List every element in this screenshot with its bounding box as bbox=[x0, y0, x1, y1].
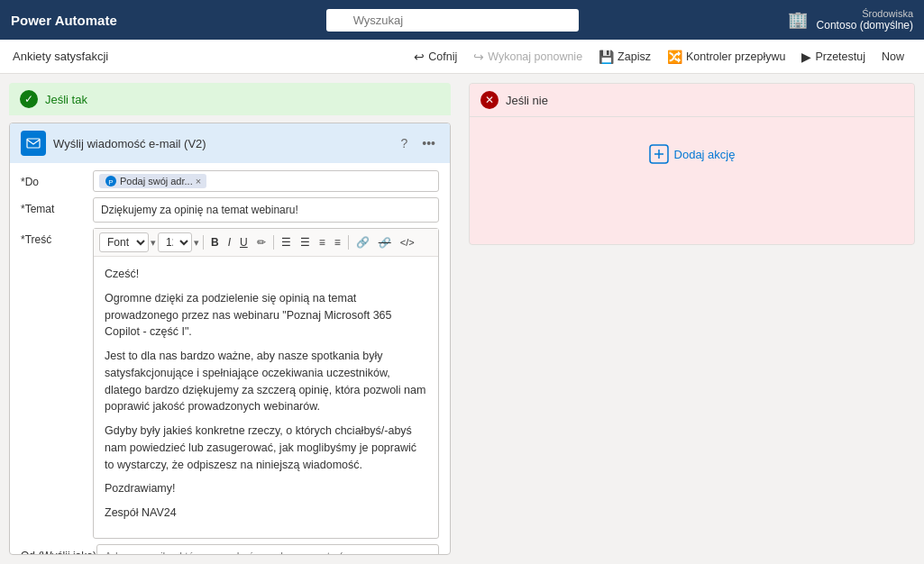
to-tag: P Podaj swój adr... × bbox=[99, 174, 206, 188]
condition-yes-block: ✓ Jeśli tak bbox=[9, 83, 451, 115]
align-right-icon: ≡ bbox=[334, 236, 341, 249]
new-button[interactable]: Now bbox=[874, 47, 911, 67]
body-line-2: Ogromne dzięki za podzielenie się opinią… bbox=[105, 290, 427, 341]
body-line-6: Zespół NAV24 bbox=[105, 505, 427, 522]
email-card-header: Wyślij wiadomość e-mail (V2) ? ••• bbox=[10, 123, 450, 163]
test-label: Przetestuj bbox=[815, 50, 865, 63]
font-size-select[interactable]: 12 bbox=[158, 232, 192, 252]
body-label: *Treść bbox=[21, 228, 93, 246]
save-label: Zapisz bbox=[618, 50, 651, 63]
remove-link-icon: 🔗 bbox=[379, 237, 391, 249]
email-card-title: Wyślij wiadomość e-mail (V2) bbox=[21, 131, 206, 156]
remove-link-button[interactable]: 🔗 bbox=[375, 235, 395, 250]
toolbar-separator-3 bbox=[348, 235, 349, 250]
right-panel: ✕ Jeśli nie Dodaj akcję bbox=[460, 74, 924, 564]
breadcrumb: Ankiety satysfakcji bbox=[13, 50, 108, 63]
html-icon: </> bbox=[400, 237, 415, 248]
environment-name: Contoso (domyślne) bbox=[817, 19, 913, 32]
insert-link-button[interactable]: 🔗 bbox=[352, 234, 373, 250]
condition-yes-header: ✓ Jeśli tak bbox=[9, 83, 451, 115]
toolbar-buttons: ↩ Cofnij ↪ Wykonaj ponownie 💾 Zapisz 🔀 K… bbox=[407, 46, 911, 68]
search-input[interactable] bbox=[326, 9, 579, 32]
from-input[interactable] bbox=[96, 544, 439, 555]
bullet-list-icon: ☰ bbox=[281, 236, 291, 249]
align-left-icon: ≡ bbox=[319, 236, 325, 249]
flow-icon: 🔀 bbox=[667, 50, 682, 64]
condition-yes-label: Jeśli tak bbox=[45, 93, 87, 106]
body-line-4: Gdyby były jakieś konkretne rzeczy, o kt… bbox=[105, 423, 427, 473]
add-action-icon bbox=[649, 144, 669, 164]
condition-no-header: ✕ Jeśli nie bbox=[470, 84, 914, 117]
svg-text:P: P bbox=[108, 178, 113, 186]
help-button[interactable]: ? bbox=[397, 134, 411, 152]
add-action-button[interactable]: Dodaj akcję bbox=[649, 144, 736, 164]
add-action-label: Dodaj akcję bbox=[674, 148, 736, 161]
check-icon: ✓ bbox=[20, 90, 38, 108]
bullet-list-button[interactable]: ☰ bbox=[278, 234, 295, 250]
from-field-row: Od (Wyślij jako) bbox=[21, 544, 439, 555]
condition-no-label: Jeśli nie bbox=[506, 94, 548, 107]
subject-input[interactable] bbox=[93, 197, 439, 223]
body-line-1: Cześć! bbox=[105, 266, 427, 283]
to-tag-close[interactable]: × bbox=[196, 176, 201, 186]
rich-editor: Font ▾ 12 ▾ B I U ✏ bbox=[93, 228, 439, 539]
test-button[interactable]: ▶ Przetestuj bbox=[794, 46, 873, 68]
condition-no-body: Dodaj akcję bbox=[470, 117, 914, 191]
rich-toolbar: Font ▾ 12 ▾ B I U ✏ bbox=[94, 229, 438, 257]
subject-field-row: *Temat bbox=[21, 197, 439, 223]
bold-button[interactable]: B bbox=[207, 234, 223, 250]
email-card: Wyślij wiadomość e-mail (V2) ? ••• *Do bbox=[9, 123, 451, 555]
body-line-5: Pozdrawiamy! bbox=[105, 480, 427, 497]
back-label: Cofnij bbox=[428, 50, 457, 63]
email-card-actions: ? ••• bbox=[397, 134, 439, 152]
back-button[interactable]: ↩ Cofnij bbox=[407, 46, 464, 68]
numbered-list-icon: ☰ bbox=[300, 236, 310, 249]
highlight-icon: ✏ bbox=[257, 236, 266, 249]
link-icon: 🔗 bbox=[356, 236, 370, 249]
condition-no-block: ✕ Jeśli nie Dodaj akcję bbox=[469, 83, 915, 245]
html-button[interactable]: </> bbox=[397, 235, 418, 250]
environment-selector[interactable]: 🏢 Środowiska Contoso (domyślne) bbox=[788, 8, 913, 32]
save-icon: 💾 bbox=[599, 50, 614, 64]
font-dropdown-arrow: ▾ bbox=[151, 237, 156, 249]
to-tag-value: Podaj swój adr... bbox=[120, 176, 193, 186]
new-label: Now bbox=[882, 50, 904, 63]
search-wrapper: 🔍 bbox=[326, 9, 579, 32]
toolbar-separator-1 bbox=[203, 235, 204, 250]
redo-button[interactable]: ↪ Wykonaj ponownie bbox=[466, 46, 590, 68]
email-body-content[interactable]: Cześć! Ogromne dzięki za podzielenie się… bbox=[94, 257, 438, 538]
more-options-button[interactable]: ••• bbox=[418, 134, 439, 152]
email-card-title-text: Wyślij wiadomość e-mail (V2) bbox=[53, 137, 206, 150]
to-tag-input[interactable]: P Podaj swój adr... × bbox=[93, 170, 439, 192]
to-field-row: *Do P Podaj swój adr... × bbox=[21, 170, 439, 192]
redo-icon: ↪ bbox=[473, 50, 484, 64]
x-icon: ✕ bbox=[480, 91, 499, 109]
font-family-select[interactable]: Font bbox=[99, 232, 149, 252]
main-content: ✓ Jeśli tak Wyślij wiadomość e-mail (V2) bbox=[0, 74, 924, 564]
from-label: Od (Wyślij jako) bbox=[21, 544, 96, 555]
size-dropdown-arrow: ▾ bbox=[194, 237, 199, 249]
body-field-row: *Treść Font ▾ 12 ▾ B bbox=[21, 228, 439, 539]
toolbar: Ankiety satysfakcji ↩ Cofnij ↪ Wykonaj p… bbox=[0, 40, 924, 74]
back-icon: ↩ bbox=[414, 50, 425, 64]
numbered-list-button[interactable]: ☰ bbox=[297, 234, 314, 250]
underline-button[interactable]: U bbox=[236, 234, 252, 250]
redo-label: Wykonaj ponownie bbox=[488, 50, 582, 63]
align-left-button[interactable]: ≡ bbox=[316, 234, 329, 250]
toolbar-separator-2 bbox=[273, 235, 274, 250]
top-navigation: Power Automate 🔍 🏢 Środowiska Contoso (d… bbox=[0, 0, 924, 40]
subject-label: *Temat bbox=[21, 197, 93, 215]
italic-button[interactable]: I bbox=[224, 234, 234, 250]
nav-left: Power Automate bbox=[11, 13, 117, 28]
email-form-fields: *Do P Podaj swój adr... × bbox=[10, 163, 450, 555]
save-button[interactable]: 💾 Zapisz bbox=[591, 46, 658, 68]
svg-rect-0 bbox=[27, 139, 40, 148]
align-right-button[interactable]: ≡ bbox=[331, 234, 344, 250]
environment-label: Środowiska bbox=[862, 8, 913, 19]
environment-icon: 🏢 bbox=[788, 10, 808, 30]
flow-label: Kontroler przepływu bbox=[686, 50, 785, 63]
email-app-icon bbox=[21, 131, 46, 156]
flow-checker-button[interactable]: 🔀 Kontroler przepływu bbox=[660, 46, 792, 68]
left-panel: ✓ Jeśli tak Wyślij wiadomość e-mail (V2) bbox=[0, 74, 460, 564]
highlight-button[interactable]: ✏ bbox=[253, 234, 270, 250]
